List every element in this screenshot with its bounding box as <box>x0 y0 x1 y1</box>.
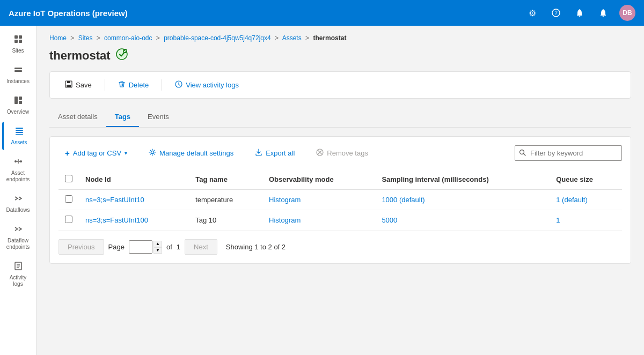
row-checkbox-cell <box>58 210 79 231</box>
sidebar-item-sites[interactable]: Sites <box>2 30 34 58</box>
svg-rect-7 <box>14 70 22 72</box>
sidebar: Sites Instances Overview Assets Asset en <box>0 26 36 355</box>
breadcrumb-sep-5: > <box>305 34 309 42</box>
table-header-row: Node Id Tag name Observability mode Samp… <box>58 169 622 190</box>
of-value: 1 <box>177 243 180 251</box>
tab-asset-details[interactable]: Asset details <box>49 107 106 127</box>
page-up-button[interactable]: ▲ <box>153 241 162 247</box>
sidebar-item-dataflows[interactable]: Dataflows <box>2 189 34 218</box>
export-button[interactable]: Export all <box>248 145 301 161</box>
connected-status-icon <box>116 48 128 63</box>
filter-input-wrap <box>515 145 622 161</box>
svg-rect-9 <box>19 97 22 100</box>
breadcrumb-sep-4: > <box>275 34 279 42</box>
sidebar-item-overview[interactable]: Overview <box>2 91 34 120</box>
tab-events[interactable]: Events <box>139 107 178 127</box>
header-checkbox-cell <box>58 169 79 190</box>
col-header-node-id: Node Id <box>79 169 189 190</box>
pagination: Previous Page 1 ▲ ▼ of 1 Next Showing 1 … <box>58 239 622 255</box>
add-tag-label: Add tag or CSV <box>73 149 121 157</box>
page-input-wrap: 1 ▲ ▼ <box>129 240 162 254</box>
breadcrumb-sites[interactable]: Sites <box>78 34 93 42</box>
row-queue-size: 1 <box>550 210 622 231</box>
save-icon <box>65 80 72 90</box>
breadcrumb-common-aio-odc[interactable]: common-aio-odc <box>104 34 152 42</box>
filter-input[interactable] <box>515 145 622 161</box>
of-label: of <box>166 243 172 251</box>
manage-settings-label: Manage default settings <box>159 149 233 157</box>
asset-toolbar: Save Delete View activity logs <box>49 71 631 99</box>
dropdown-chevron-icon: ▾ <box>125 150 127 156</box>
svg-rect-5 <box>19 40 22 43</box>
col-header-observability: Observability mode <box>262 169 375 190</box>
select-all-checkbox[interactable] <box>65 175 72 182</box>
sidebar-item-assets-label: Assets <box>11 139 27 146</box>
manage-settings-icon <box>149 149 156 158</box>
node-id-link-0[interactable]: ns=3;s=FastUInt10 <box>85 196 144 204</box>
breadcrumb-current: thermostat <box>313 34 346 42</box>
svg-text:?: ? <box>554 10 558 16</box>
avatar[interactable]: DB <box>619 5 635 21</box>
previous-button[interactable]: Previous <box>58 239 104 255</box>
sidebar-item-asset-endpoints[interactable]: Asset endpoints <box>2 152 34 187</box>
svg-rect-11 <box>16 128 23 129</box>
view-activity-label: View activity logs <box>186 81 239 89</box>
save-label: Save <box>76 81 92 89</box>
col-header-sampling: Sampling interval (milliseconds) <box>375 169 550 190</box>
svg-rect-12 <box>16 130 23 131</box>
search-icon <box>519 149 526 158</box>
top-navigation: Azure IoT Operations (preview) ⚙ ? DB <box>0 0 644 26</box>
sidebar-item-asset-endpoints-label: Asset endpoints <box>4 170 32 183</box>
sidebar-item-instances-label: Instances <box>6 78 30 85</box>
breadcrumb-sep-1: > <box>70 34 74 42</box>
svg-rect-13 <box>16 132 23 133</box>
sidebar-item-activity-logs[interactable]: Activity logs <box>2 257 34 292</box>
remove-tags-label: Remove tags <box>327 149 368 157</box>
remove-icon <box>316 149 324 158</box>
notification-button[interactable] <box>572 5 587 20</box>
next-button[interactable]: Next <box>185 239 217 255</box>
breadcrumb-cluster[interactable]: probable-space-cod-4j5qw5j4q72jqx4 <box>164 34 270 42</box>
page-number-input[interactable]: 1 <box>129 240 152 254</box>
app-layout: Sites Instances Overview Assets Asset en <box>0 26 644 355</box>
svg-rect-10 <box>19 101 22 104</box>
asset-tabs: Asset details Tags Events <box>49 107 631 128</box>
breadcrumb: Home > Sites > common-aio-odc > probable… <box>49 34 631 42</box>
svg-rect-4 <box>14 40 18 43</box>
svg-point-15 <box>14 160 17 162</box>
help-button[interactable]: ? <box>548 5 564 20</box>
assets-icon <box>14 126 24 137</box>
showing-text: Showing 1 to 2 of 2 <box>226 243 286 251</box>
alert-button[interactable] <box>596 5 611 20</box>
delete-button[interactable]: Delete <box>112 77 156 93</box>
settings-button[interactable]: ⚙ <box>525 5 540 20</box>
page-title-row: thermostat <box>49 48 631 63</box>
add-tag-button[interactable]: + Add tag or CSV ▾ <box>58 145 134 161</box>
view-activity-button[interactable]: View activity logs <box>169 77 245 93</box>
tab-tags[interactable]: Tags <box>106 107 139 127</box>
svg-rect-8 <box>14 97 18 104</box>
node-id-link-1[interactable]: ns=3;s=FastUInt100 <box>85 216 148 224</box>
manage-settings-button[interactable]: Manage default settings <box>142 145 240 161</box>
sidebar-item-dataflow-endpoints[interactable]: Dataflow endpoints <box>2 220 34 255</box>
sidebar-item-assets[interactable]: Assets <box>2 122 34 150</box>
row-observability: Histogram <box>262 190 375 210</box>
row-checkbox-0[interactable] <box>65 195 72 203</box>
sidebar-item-dataflow-endpoints-label: Dataflow endpoints <box>4 238 32 250</box>
row-sampling: 1000 (default) <box>375 190 550 210</box>
breadcrumb-home[interactable]: Home <box>49 34 67 42</box>
breadcrumb-sep-3: > <box>156 34 160 42</box>
row-tag-name: Tag 10 <box>189 210 262 231</box>
page-down-button[interactable]: ▼ <box>153 247 162 254</box>
save-button[interactable]: Save <box>58 77 98 93</box>
sidebar-item-overview-label: Overview <box>7 109 30 115</box>
asset-endpoints-icon <box>13 157 23 168</box>
add-icon: + <box>65 149 70 158</box>
breadcrumb-sep-2: > <box>97 34 100 42</box>
remove-tags-button[interactable]: Remove tags <box>310 145 375 161</box>
sidebar-item-instances[interactable]: Instances <box>2 61 34 89</box>
breadcrumb-assets[interactable]: Assets <box>282 34 302 42</box>
export-label: Export all <box>266 149 295 157</box>
tags-table: Node Id Tag name Observability mode Samp… <box>58 169 622 231</box>
row-checkbox-1[interactable] <box>65 216 72 223</box>
